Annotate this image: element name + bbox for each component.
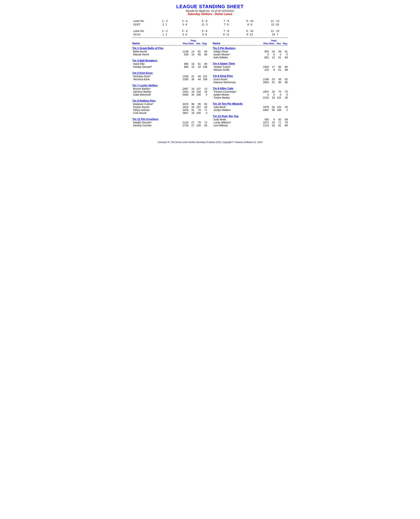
team-block: Tm 5 Fort KnoxNicholas Kime*15393149101V… bbox=[132, 71, 207, 81]
player-ave: 122 bbox=[275, 96, 281, 99]
right-total-label: Total bbox=[271, 39, 277, 42]
player-gms: 8 bbox=[269, 68, 275, 71]
player-ave: 42 bbox=[194, 65, 201, 68]
player-row: Trenton Cummings*2507337575 bbox=[213, 90, 288, 93]
range-9-10-header-1: 9 - 10 bbox=[237, 19, 262, 23]
player-gms: 19 bbox=[188, 65, 194, 68]
player-name: Jordyn Walters bbox=[213, 108, 261, 111]
player-row: Jamison Baxley24221813416 bbox=[132, 90, 207, 93]
player-row: Bryson Baxley*24671813713 bbox=[132, 87, 207, 90]
player-pins: 1615 bbox=[180, 106, 188, 108]
range-11-12-header-2: 11 - 12 bbox=[262, 29, 288, 33]
player-stats: 1114186189 bbox=[261, 124, 288, 127]
team-block: Tm 9 Rolling PinsMadyson Curtice*3079368… bbox=[132, 99, 207, 115]
results-line: Results for Week No. 15 of 28 12/31/2022 bbox=[132, 9, 288, 12]
lane-01-07-9-10: 8 6 bbox=[237, 23, 262, 26]
team-block: Tm 7 Lucky StrikesBryson Baxley*24671813… bbox=[132, 84, 207, 96]
player-pins: 3079 bbox=[180, 103, 188, 106]
player-hcp: 75 bbox=[281, 90, 288, 93]
player-pins: 953 bbox=[261, 50, 269, 53]
player-hcp: 89 bbox=[281, 124, 288, 127]
left-ave-label: Ave bbox=[194, 42, 200, 45]
left-pins-label: Pins bbox=[180, 42, 188, 45]
team-block: Tm 2 Pin BustersAdalyn Rose953165991Aust… bbox=[213, 46, 288, 59]
player-row: Julia Beck*33792812030 bbox=[213, 106, 288, 108]
player-ave: 78 bbox=[194, 121, 201, 124]
player-gms: 27 bbox=[188, 121, 194, 124]
team-name: Tm 10 Ten Pin Wizards bbox=[213, 102, 288, 105]
team-name: Tm 7 Lucky Strikes bbox=[132, 84, 207, 87]
team-block: Tm 3 Ball BreakersHank Ellie985166189Pai… bbox=[132, 59, 207, 68]
player-ave: 51 bbox=[275, 68, 281, 71]
player-gms: 16 bbox=[269, 50, 275, 53]
section-divider bbox=[132, 38, 288, 38]
player-hcp: 2 bbox=[281, 108, 288, 111]
footer: Licensed To: The Dome Lanes Perfect Secr… bbox=[132, 141, 288, 144]
player-stats: 15393149101 bbox=[180, 75, 207, 78]
player-name: Natalie Dessart* bbox=[132, 121, 180, 124]
player-row: Tandon Turpin*1543179060 bbox=[213, 65, 288, 68]
player-ave: 166 bbox=[194, 93, 201, 96]
player-name: Tucker Baxley bbox=[213, 96, 261, 99]
player-hcp: 99 bbox=[281, 68, 288, 71]
player-pins: 4467 bbox=[261, 108, 269, 111]
player-stats: 918146585 bbox=[180, 53, 207, 56]
team-block: Tm 6 King PinsGrant Rose*1336235892Dawso… bbox=[213, 74, 288, 84]
player-ave: 49 bbox=[194, 75, 201, 78]
player-row: Adalyn Rose953165991 bbox=[213, 50, 288, 53]
player-hcp: 89 bbox=[201, 62, 207, 65]
player-hcp: 0 bbox=[281, 53, 288, 56]
player-pins: 5493 bbox=[180, 93, 188, 96]
player-row: Bella Hecht*1138148169 bbox=[132, 50, 207, 53]
player-name: Jamison Baxley bbox=[132, 90, 180, 93]
left-stat-labels: Pins Gms Ave Hcp bbox=[180, 42, 207, 45]
player-name: Adalyn Rose bbox=[213, 50, 261, 53]
team-block: Tm 12 Over the TopSully Reek55569258Luca… bbox=[213, 115, 288, 127]
player-row: Weston Smith41585199 bbox=[213, 68, 288, 71]
right-teams-container: Tm 2 Pin BustersAdalyn Rose953165991Aust… bbox=[213, 46, 288, 127]
player-gms: 30 bbox=[188, 78, 194, 81]
player-hcp: 79 bbox=[281, 121, 288, 124]
lane-01-07-11-12: 12 10 bbox=[262, 23, 288, 26]
player-pins: 555 bbox=[261, 118, 269, 121]
lane-no-label-2: Lane No bbox=[132, 29, 154, 33]
right-col-header: Name Total Pins Gms Ave Hcp bbox=[213, 39, 288, 45]
lane-01-14-11-12: 10 7 bbox=[262, 33, 288, 36]
footer-text: Licensed To: The Dome Lanes Perfect Secr… bbox=[158, 141, 262, 144]
player-gms: 13 bbox=[269, 56, 275, 59]
player-row: Levi Wiltzius1114186189 bbox=[213, 124, 288, 127]
player-hcp: 72 bbox=[201, 121, 207, 124]
player-ave: 61 bbox=[194, 62, 201, 65]
player-stats: 22101812228 bbox=[261, 96, 288, 99]
player-pins: 2120 bbox=[180, 121, 188, 124]
right-name-header: Name bbox=[213, 42, 260, 45]
player-name: Trenton Cummings* bbox=[213, 90, 261, 93]
player-stats: 2807181550 bbox=[180, 111, 207, 115]
player-name: Gabe Behrendt bbox=[132, 93, 180, 96]
player-row: Hank Ellie985166189 bbox=[132, 62, 207, 65]
player-name: Madyson Curtice* bbox=[132, 103, 180, 106]
player-row: Destiny Cormier27182710050 bbox=[132, 124, 207, 127]
player-row: Natalie Dessart*2120277872 bbox=[132, 121, 207, 124]
player-hcp: 43 bbox=[201, 106, 207, 108]
player-pins: 415 bbox=[261, 68, 269, 71]
date-01-14: 01/14 bbox=[132, 33, 154, 36]
left-column: Name Total Pins Gms Ave Hcp Tm 1 Great B… bbox=[132, 39, 207, 130]
player-stats: 24221813416 bbox=[180, 90, 207, 93]
player-pins: 918 bbox=[180, 53, 188, 56]
player-gms: 33 bbox=[188, 93, 194, 96]
player-row: Veronica Kime13353044106 bbox=[132, 78, 207, 81]
player-gms: 14 bbox=[188, 53, 194, 56]
player-name: Peyton Roush bbox=[132, 106, 180, 108]
player-hcp: 69 bbox=[201, 50, 207, 53]
player-name: Kali Hollsten bbox=[213, 56, 261, 59]
player-pins: 2422 bbox=[180, 90, 188, 93]
lane-01-14-3-4: 3 4 bbox=[176, 33, 194, 36]
player-stats: 1543179060 bbox=[261, 65, 288, 68]
player-row: Grant Rose*1336235892 bbox=[213, 78, 288, 81]
left-hcp-label: Hcp bbox=[200, 42, 207, 45]
player-stats: 2476317971 bbox=[180, 108, 207, 111]
lane-table-01-07: Lane No 1 - 2 3 - 4 5 - 6 7 - 8 9 - 10 1… bbox=[132, 19, 288, 26]
player-row: Sully Reek55569258 bbox=[213, 118, 288, 121]
left-teams-container: Tm 1 Great Balls of FireBella Hecht*1138… bbox=[132, 46, 207, 127]
